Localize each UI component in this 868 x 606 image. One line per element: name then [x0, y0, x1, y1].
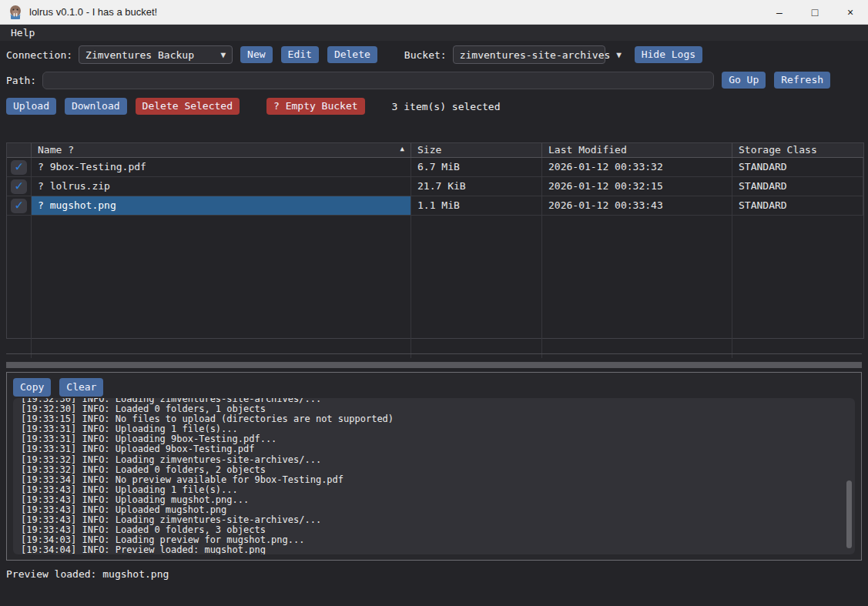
table-empty-area — [7, 216, 863, 358]
minimize-button[interactable]: – — [762, 0, 797, 25]
cell-name[interactable]: ? lolrus.zip — [32, 177, 411, 196]
log-panel: Copy Clear [19:32:30] INFO: Loading zimv… — [6, 372, 862, 561]
connection-label: Connection: — [6, 49, 72, 61]
titlebar: lolrus v0.1.0 - I has a bucket! – □ × — [0, 0, 868, 25]
menu-help[interactable]: Help — [8, 27, 38, 39]
cell-last-modified: 2026-01-12 00:33:43 — [542, 196, 732, 215]
refresh-button[interactable]: Refresh — [774, 72, 830, 89]
header-name[interactable]: Name ? ▲ — [32, 143, 411, 157]
cell-storage-class: STANDARD — [732, 196, 863, 215]
check-icon: ✓ — [15, 161, 22, 172]
log-toolbar: Copy Clear — [7, 373, 861, 397]
bucket-select[interactable]: zimventures-site-archives ▼ — [453, 45, 605, 64]
go-up-button[interactable]: Go Up — [722, 72, 766, 89]
row-checkbox[interactable]: ✓ — [11, 160, 27, 175]
file-icon-placeholder: ? — [38, 180, 44, 192]
path-label: Path: — [6, 75, 36, 86]
header-storage-class[interactable]: Storage Class — [732, 143, 863, 157]
statusbar: Preview loaded: mugshot.png — [6, 568, 169, 580]
cell-name[interactable]: ? 9box-Testing.pdf — [32, 158, 411, 176]
upload-button[interactable]: Upload — [6, 98, 56, 115]
cell-name[interactable]: ? mugshot.png — [32, 196, 411, 215]
cell-last-modified: 2026-01-12 00:33:32 — [542, 158, 732, 176]
bucket-select-value: zimventures-site-archives — [460, 49, 611, 61]
cell-storage-class: STANDARD — [732, 158, 863, 176]
cell-size: 6.7 MiB — [411, 158, 542, 176]
delete-selected-button[interactable]: Delete Selected — [136, 98, 240, 115]
menubar: Help — [0, 25, 868, 41]
edit-connection-button[interactable]: Edit — [281, 46, 319, 63]
chevron-down-icon: ▼ — [610, 50, 622, 60]
connection-select[interactable]: Zimventures Backup ▼ — [79, 45, 233, 64]
check-icon: ✓ — [15, 199, 22, 210]
cell-last-modified: 2026-01-12 00:32:15 — [542, 177, 732, 196]
chevron-down-icon: ▼ — [214, 50, 226, 60]
header-checkbox-column[interactable] — [7, 143, 32, 157]
cell-size: 1.1 MiB — [411, 196, 542, 215]
actions-toolbar: Upload Download Delete Selected ? Empty … — [6, 97, 862, 116]
row-checkbox[interactable]: ✓ — [11, 199, 27, 213]
bucket-label: Bucket: — [404, 49, 447, 61]
path-input[interactable] — [42, 72, 714, 89]
connection-select-value: Zimventures Backup — [85, 49, 194, 61]
connection-toolbar: Connection: Zimventures Backup ▼ New Edi… — [6, 45, 862, 64]
clear-logs-button[interactable]: Clear — [59, 378, 103, 397]
header-last-modified[interactable]: Last Modified — [542, 143, 732, 157]
cell-size: 21.7 KiB — [411, 177, 542, 196]
close-button[interactable]: × — [833, 0, 868, 25]
log-lines: [19:32:30] INFO: Loading zimventures-sit… — [21, 398, 855, 554]
check-icon: ✓ — [15, 180, 22, 191]
file-icon-placeholder: ? — [38, 161, 44, 172]
copy-logs-button[interactable]: Copy — [13, 378, 51, 397]
empty-bucket-button[interactable]: ? Empty Bucket — [266, 98, 365, 115]
maximize-button[interactable]: □ — [797, 0, 833, 25]
download-button[interactable]: Download — [65, 98, 127, 115]
row-checkbox[interactable]: ✓ — [11, 179, 27, 194]
header-size[interactable]: Size — [411, 143, 542, 157]
walrus-app-icon — [8, 5, 23, 20]
new-connection-button[interactable]: New — [240, 46, 272, 63]
window-title: lolrus v0.1.0 - I has a bucket! — [29, 6, 157, 18]
path-toolbar: Path: Go Up Refresh — [6, 71, 862, 89]
selection-status: 3 item(s) selected — [392, 101, 501, 112]
table-row[interactable]: ✓ ? lolrus.zip 21.7 KiB 2026-01-12 00:32… — [7, 177, 863, 196]
table-row-selected[interactable]: ✓ ? mugshot.png 1.1 MiB 2026-01-12 00:33… — [7, 196, 863, 216]
splitter-handle[interactable] — [6, 362, 862, 368]
table-row[interactable]: ✓ ? 9box-Testing.pdf 6.7 MiB 2026-01-12 … — [7, 158, 863, 177]
cell-storage-class: STANDARD — [732, 177, 863, 196]
hide-logs-button[interactable]: Hide Logs — [635, 46, 702, 63]
log-output[interactable]: [19:32:30] INFO: Loading zimventures-sit… — [13, 398, 855, 554]
table-header: Name ? ▲ Size Last Modified Storage Clas… — [7, 143, 863, 158]
sort-ascending-icon: ▲ — [400, 145, 404, 152]
delete-connection-button[interactable]: Delete — [327, 46, 377, 63]
file-table: Name ? ▲ Size Last Modified Storage Clas… — [6, 142, 864, 339]
panel-divider — [6, 353, 862, 354]
log-scrollbar-thumb[interactable] — [846, 480, 852, 548]
file-icon-placeholder: ? — [38, 199, 44, 211]
